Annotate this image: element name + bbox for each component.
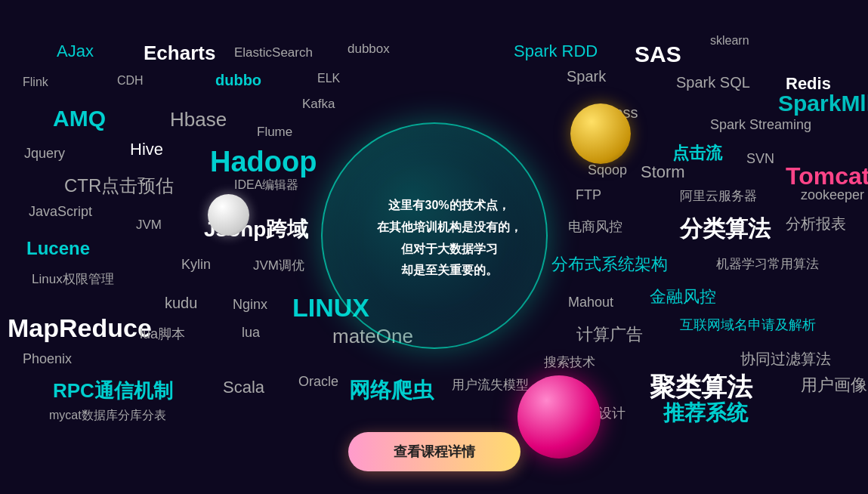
word-54: lua xyxy=(242,325,260,341)
word-11: Spark xyxy=(567,68,606,85)
gold-bubble xyxy=(570,103,631,164)
white-bubble xyxy=(208,194,249,236)
word-41: Kylin xyxy=(181,257,211,273)
word-47: kudu xyxy=(165,295,197,312)
word-69: mycat数据库分库分表 xyxy=(49,408,166,424)
word-6: sklearn xyxy=(710,34,749,48)
word-9: dubbo xyxy=(215,72,261,89)
word-34: JavaScript xyxy=(29,204,92,220)
word-18: Spark Streaming xyxy=(710,117,811,133)
word-55: 计算广告 xyxy=(576,323,643,346)
word-28: Sqoop xyxy=(588,162,627,178)
word-15: AMQ xyxy=(53,106,106,131)
word-56: 互联网域名申请及解析 xyxy=(680,316,816,334)
word-3: dubbox xyxy=(348,42,390,57)
cta-button[interactable]: 查看课程详情 xyxy=(348,432,520,471)
word-16: Hbase xyxy=(170,108,227,131)
pink-bubble xyxy=(517,375,601,458)
word-25: SVN xyxy=(746,151,774,167)
word-5: SAS xyxy=(635,42,681,67)
word-68: 推荐系统 xyxy=(663,399,748,428)
word-48: Nginx xyxy=(233,297,267,313)
word-38: 分类算法 xyxy=(680,214,771,245)
word-29: Storm xyxy=(641,162,685,182)
word-26: CTR点击预估 xyxy=(64,174,174,198)
word-60: RPC通信机制 xyxy=(53,378,173,404)
word-30: Tomcat xyxy=(786,162,868,190)
word-51: MapReduce xyxy=(8,313,152,343)
word-12: Spark SQL xyxy=(676,74,750,91)
word-45: Linux权限管理 xyxy=(32,270,114,288)
word-49: 金融风控 xyxy=(650,286,716,308)
word-40: Lucene xyxy=(26,238,90,259)
word-23: Jquery xyxy=(24,146,65,162)
word-10: ELK xyxy=(317,72,340,85)
word-21: Hive xyxy=(130,140,163,159)
word-61: Scala xyxy=(223,378,264,397)
bubble-line2: 在其他培训机构是没有的， xyxy=(377,221,522,233)
bubble-line4: 却是至关重要的。 xyxy=(401,264,498,276)
word-53: lua脚本 xyxy=(140,325,185,343)
word-59: 协同过滤算法 xyxy=(740,349,831,369)
word-33: zookeeper xyxy=(801,187,864,203)
word-0: AJax xyxy=(57,42,94,61)
word-66: 用户画像 xyxy=(801,374,867,397)
word-57: Phoenix xyxy=(23,351,72,367)
word-39: 分析报表 xyxy=(786,214,846,234)
word-19: SparkMllib xyxy=(778,91,868,116)
word-24: 点击流 xyxy=(672,142,722,165)
bubble-text: 这里有30%的技术点， 在其他培训机构是没有的， 但对于大数据学习 却是至关重要… xyxy=(374,195,525,282)
bubble-line3: 但对于大数据学习 xyxy=(401,242,498,255)
word-4: Spark RDD xyxy=(514,42,598,61)
word-7: Flink xyxy=(23,76,48,89)
word-44: 机器学习常用算法 xyxy=(716,255,819,273)
word-8: CDH xyxy=(117,74,144,88)
word-35: JVM xyxy=(136,218,162,233)
word-2: ElasticSearch xyxy=(234,45,313,60)
bubble-line1: 这里有30%的技术点， xyxy=(388,199,509,211)
word-1: Echarts xyxy=(144,42,215,65)
word-32: 阿里云服务器 xyxy=(680,187,757,205)
